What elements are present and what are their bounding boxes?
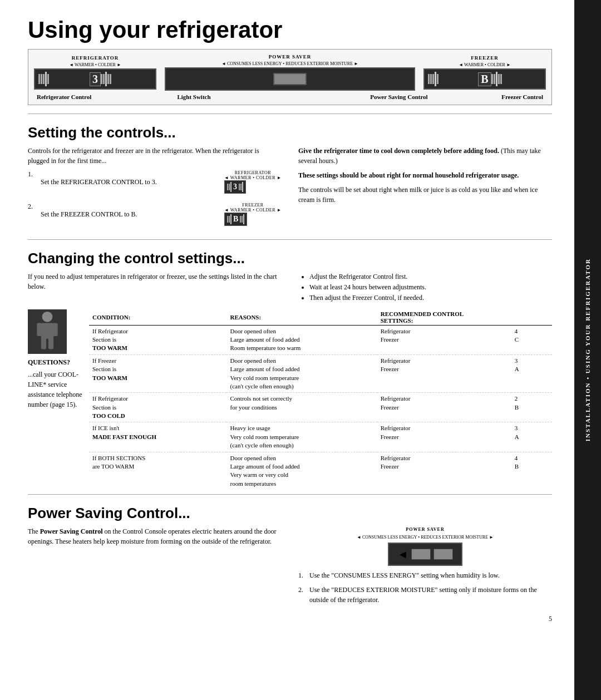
rec-3-val: 2B	[511, 393, 552, 422]
condition-2: If FreezerSection isTOO WARM	[89, 354, 226, 393]
questions-body: ...call your COOL-LINE* service assistan…	[28, 369, 83, 410]
questions-sidebar: QUESTIONS? ...call your COOL-LINE* servi…	[28, 309, 83, 490]
step-1: 1. Set the REFRIGERATOR CONTROL to 3. RE…	[28, 170, 282, 194]
step-2-text: Set the FREEZER CONTROL to B.	[41, 210, 220, 219]
power-saving-right: POWER SAVER ◄ CONSUMES LESS ENERGY • RED…	[298, 526, 552, 609]
ps-step-2: 2. Use the "REDUCES EXTERIOR MOISTURE" s…	[298, 585, 552, 605]
condition-3: If RefrigeratorSection isTOO COLD	[89, 393, 226, 422]
step-2-dial: B	[224, 213, 247, 226]
refrigerator-dial-section: REFRIGERATOR ◄ WARMER • COLDER ► 3	[34, 55, 156, 90]
col-reasons-header: REASONS:	[226, 309, 377, 326]
bullet-3: Then adjust the Freezer Control, if need…	[309, 293, 552, 303]
power-saver-switch[interactable]	[273, 73, 307, 85]
changing-controls-bullets: Adjust the Refrigerator Control first. W…	[298, 272, 552, 304]
ps-label-top: POWER SAVER	[406, 526, 444, 533]
light-switch-label: Light Switch	[91, 93, 296, 100]
table-row-2: If FreezerSection isTOO WARM Door opened…	[89, 354, 552, 393]
power-saving-bold: Power Saving Control	[40, 528, 103, 535]
svg-rect-3	[52, 323, 57, 336]
freezer-dial-label: FREEZER	[471, 55, 499, 61]
changing-controls-left-text: If you need to adjust temperatures in re…	[28, 272, 282, 292]
step-2-dial-label: FREEZER◄ WARMER • COLDER ►	[224, 203, 282, 213]
step-1-dial: 3	[224, 180, 246, 194]
condition-table: CONDITION: REASONS: RECOMMENDED CONTROLS…	[89, 309, 552, 490]
right-subheading: These settings should be about right for…	[298, 170, 552, 180]
freezer-dial-bar: B	[423, 68, 546, 90]
power-saver-section: POWER SAVER ◄ CONSUMES LESS ENERGY • RED…	[159, 54, 421, 91]
svg-rect-2	[37, 323, 42, 336]
questions-image	[28, 309, 67, 354]
side-tab-text: INSTALLATION • USING YOUR REFRIGERATOR	[584, 258, 591, 441]
ps-step-2-num: 2.	[298, 585, 307, 605]
power-saving-steps: 1. Use the "CONSUMES LESS ENERGY" settin…	[298, 570, 552, 605]
setting-controls-heading: Setting the controls...	[28, 124, 552, 141]
refrigerator-setting: 3	[90, 72, 101, 86]
power-saving-body: The Power Saving Control on the Control …	[28, 526, 282, 546]
ps-switch-bar: ◄	[388, 543, 462, 566]
step-1-content: Set the REFRIGERATOR CONTROL to 3. REFRI…	[41, 170, 282, 194]
rec-2-val: 3A	[511, 354, 552, 393]
rec-1-val: 4C	[511, 325, 552, 354]
power-saver-bar	[165, 67, 415, 91]
ps-step-1-text: Use the "CONSUMES LESS ENERGY" setting w…	[309, 570, 500, 580]
refrigerator-dial-bar: 3	[34, 68, 156, 90]
power-saving-left: The Power Saving Control on the Control …	[28, 526, 282, 609]
ps-sub: ◄ CONSUMES LESS ENERGY • REDUCES EXTERIO…	[357, 534, 494, 541]
svg-rect-1	[41, 323, 54, 339]
condition-1: If RefrigeratorSection isTOO WARM	[89, 325, 226, 354]
reasons-4: Heavy ice usageVery cold room temperatur…	[226, 422, 377, 452]
svg-rect-4	[41, 338, 46, 349]
power-saving-section: Power Saving Control... The Power Saving…	[28, 505, 552, 609]
setting-controls-right-heading: Give the refrigerator time to cool down …	[298, 146, 552, 166]
step-1-dial-label: REFRIGERATOR◄ WARMER • COLDER ►	[224, 170, 282, 180]
power-saver-sub: ◄ CONSUMES LESS ENERGY • REDUCES EXTERIO…	[221, 61, 358, 66]
ps-button-left[interactable]	[411, 549, 431, 560]
changing-controls-left-intro: If you need to adjust temperatures in re…	[28, 272, 282, 304]
svg-point-0	[42, 312, 53, 322]
rec-4: RefrigeratorFreezer	[377, 422, 511, 452]
reasons-2: Door opened oftenLarge amount of food ad…	[226, 354, 377, 393]
page-title: Using your refrigerator	[28, 17, 552, 43]
setting-controls-left: Controls for the refrigerator and freeze…	[28, 146, 282, 235]
rec-5: RefrigeratorFreezer	[377, 452, 511, 490]
side-tab: INSTALLATION • USING YOUR REFRIGERATOR	[574, 0, 601, 700]
table-row-3: If RefrigeratorSection isTOO COLD Contro…	[89, 393, 552, 422]
table-row-4: If ICE isn'tMADE FAST ENOUGH Heavy ice u…	[89, 422, 552, 452]
col-recommended-header: RECOMMENDED CONTROLSETTINGS:	[377, 309, 552, 326]
reasons-1: Door opened oftenLarge amount of food ad…	[226, 325, 377, 354]
step-1-number: 1.	[28, 170, 36, 179]
table-row-5: If BOTH SECTIONSare TOO WARM Door opened…	[89, 452, 552, 490]
control-labels-row: Refrigerator Control Light Switch Power …	[34, 93, 546, 100]
ps-step-1-num: 1.	[298, 570, 307, 580]
right-heading-bold: Give the refrigerator time to cool down …	[298, 147, 499, 155]
bullet-2: Wait at least 24 hours between adjustmen…	[309, 282, 552, 293]
page-number: 5	[28, 615, 552, 623]
refrigerator-dial-sub: ◄ WARMER • COLDER ►	[69, 62, 121, 67]
questions-title: QUESTIONS?	[28, 357, 83, 367]
rec-1: RefrigeratorFreezer	[377, 325, 511, 354]
ps-button-right[interactable]	[433, 549, 453, 560]
control-diagram: REFRIGERATOR ◄ WARMER • COLDER ► 3	[28, 49, 552, 105]
rec-3: RefrigeratorFreezer	[377, 393, 511, 422]
setting-controls-right: Give the refrigerator time to cool down …	[298, 146, 552, 235]
changing-controls-heading: Changing the control settings...	[28, 250, 552, 267]
setting-controls-intro: Controls for the refrigerator and freeze…	[28, 146, 282, 166]
refrigerator-dial-label: REFRIGERATOR	[72, 55, 119, 61]
condition-table-section: QUESTIONS? ...call your COOL-LINE* servi…	[28, 309, 552, 490]
power-saving-heading: Power Saving Control...	[28, 505, 552, 522]
step-1-text: Set the REFRIGERATOR CONTROL to 3.	[41, 178, 220, 186]
step-2: 2. Set the FREEZER CONTROL to B. FREEZER…	[28, 203, 282, 226]
step-2-content: Set the FREEZER CONTROL to B. FREEZER◄ W…	[41, 203, 282, 226]
changing-controls-intro: If you need to adjust temperatures in re…	[28, 272, 552, 304]
power-saver-label: POWER SAVER	[269, 54, 312, 60]
power-saving-control-label: Power Saving Control	[297, 93, 501, 100]
ps-step-2-text: Use the "REDUCES EXTERIOR MOISTURE" sett…	[309, 585, 552, 605]
reasons-5: Door opened oftenLarge amount of food ad…	[226, 452, 377, 490]
freezer-dial-section: FREEZER ◄ WARMER • COLDER ► B	[423, 55, 546, 90]
rec-5-val: 4B	[511, 452, 552, 490]
adjustment-bullets: Adjust the Refrigerator Control first. W…	[298, 272, 552, 304]
reasons-3: Controls not set correctlyfor your condi…	[226, 393, 377, 422]
step-2-number: 2.	[28, 203, 36, 211]
ps-arrow-icon: ◄	[397, 546, 408, 563]
svg-rect-5	[48, 338, 53, 349]
